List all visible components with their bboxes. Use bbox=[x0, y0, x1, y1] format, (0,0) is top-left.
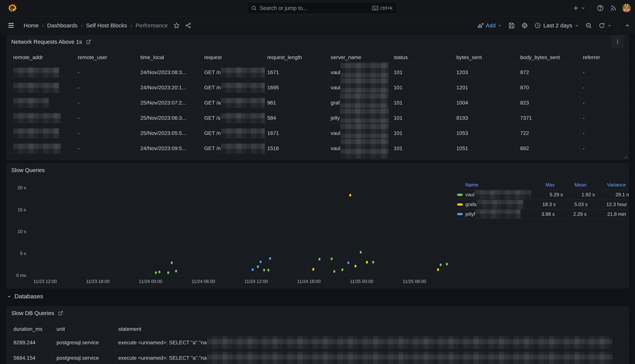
save-dashboard-button[interactable] bbox=[508, 22, 515, 29]
column-header[interactable]: request bbox=[202, 54, 265, 60]
refresh-button[interactable] bbox=[598, 22, 605, 29]
menu-toggle-button[interactable] bbox=[8, 22, 15, 29]
dashboard-settings-button[interactable] bbox=[521, 22, 528, 29]
scatter-point[interactable] bbox=[252, 268, 254, 271]
redacted-value bbox=[221, 82, 265, 93]
column-header[interactable]: status bbox=[392, 54, 454, 60]
scatter-point[interactable] bbox=[354, 265, 356, 268]
legend-column-header[interactable]: Variance bbox=[586, 182, 626, 188]
grafana-dashboard: Search or jump to... ctrl+k bbox=[0, 0, 635, 364]
table-cell bbox=[7, 138, 76, 159]
scatter-point[interactable] bbox=[158, 270, 160, 274]
legend-column-header[interactable]: Mean bbox=[555, 182, 586, 188]
column-header[interactable]: remote_addr bbox=[7, 54, 76, 60]
scatter-point[interactable] bbox=[349, 194, 351, 197]
scatter-point[interactable] bbox=[437, 268, 439, 271]
legend-series-name[interactable]: jellyf bbox=[457, 210, 523, 218]
scatter-point[interactable] bbox=[167, 271, 169, 274]
scatter-point[interactable] bbox=[171, 261, 173, 264]
cell-text: GET /s bbox=[204, 115, 220, 121]
panel-header: Slow DB Queries bbox=[7, 306, 628, 320]
scatter-point[interactable] bbox=[260, 260, 262, 263]
legend-series-name[interactable]: grafa bbox=[457, 200, 524, 209]
zoom-out-time-button[interactable] bbox=[585, 22, 592, 29]
scatter-point[interactable] bbox=[155, 271, 157, 274]
legend-column-header[interactable]: Max bbox=[523, 182, 555, 188]
column-header[interactable]: duration_ms bbox=[7, 326, 54, 332]
panel-title[interactable]: Network Requests Above 1s bbox=[11, 39, 82, 45]
scatter-point[interactable] bbox=[263, 269, 265, 272]
column-header[interactable]: unit bbox=[54, 326, 115, 332]
table-cell-duration: 5684.154 bbox=[7, 350, 54, 364]
resize-corner-icon bbox=[623, 155, 628, 159]
search-icon bbox=[251, 5, 257, 11]
scatter-point[interactable] bbox=[446, 263, 448, 266]
news-button[interactable] bbox=[610, 4, 616, 12]
collapse-toolbar-button[interactable] bbox=[624, 23, 630, 28]
clock-icon bbox=[534, 22, 541, 29]
scatter-point[interactable] bbox=[372, 261, 374, 264]
external-link-icon[interactable] bbox=[86, 39, 92, 45]
panel-title[interactable]: Slow DB Queries bbox=[11, 310, 54, 316]
column-header[interactable]: body_bytes_sent bbox=[518, 54, 580, 60]
column-header[interactable]: bytes_sent bbox=[454, 54, 518, 60]
column-header[interactable]: remote_user bbox=[76, 54, 138, 60]
scatter-point[interactable] bbox=[347, 261, 350, 264]
favorite-button[interactable] bbox=[174, 22, 180, 29]
add-panel-button[interactable]: Add bbox=[478, 22, 502, 29]
breadcrumb-item[interactable]: Self Host Blocks bbox=[86, 22, 127, 29]
column-header[interactable]: request_length bbox=[265, 54, 328, 60]
plus-icon bbox=[572, 5, 579, 12]
scatter-point[interactable] bbox=[440, 264, 442, 266]
cell-text: vaul bbox=[331, 84, 340, 90]
cell-text: GET /n bbox=[204, 70, 221, 76]
help-button[interactable] bbox=[597, 4, 604, 12]
time-range-picker[interactable]: Last 2 days bbox=[534, 22, 579, 29]
table-row[interactable]: 5684.154postgresql.serviceexecute <unnam… bbox=[7, 350, 628, 364]
column-header[interactable]: server_name bbox=[328, 54, 392, 60]
legend-name-text: grafa bbox=[465, 202, 476, 207]
table-row[interactable]: -25/Nov/2023:06:3...GET /s584jelly101819… bbox=[7, 108, 628, 123]
row-databases[interactable]: Databases bbox=[6, 293, 43, 300]
legend-series-name[interactable]: vaul bbox=[457, 190, 531, 199]
table-row[interactable]: 8289.244postgresql.serviceexecute <unnam… bbox=[7, 335, 628, 350]
scatter-point[interactable] bbox=[333, 270, 335, 273]
scatter-point[interactable] bbox=[257, 265, 259, 268]
grafana-logo[interactable] bbox=[8, 4, 17, 13]
legend-stat-value: 21.8 min bbox=[586, 211, 626, 217]
column-header[interactable]: referrer bbox=[580, 54, 628, 60]
refresh-interval-chevron[interactable] bbox=[608, 24, 612, 28]
breadcrumb-item[interactable]: Performance bbox=[136, 22, 168, 29]
scatter-point[interactable] bbox=[318, 258, 320, 260]
table-cell-statement: execute <unnamed>: SELECT "a"."na bbox=[115, 335, 628, 350]
breadcrumb-item[interactable]: Home bbox=[24, 22, 39, 29]
scatter-point[interactable] bbox=[175, 270, 177, 272]
cell-text: 1051 bbox=[456, 146, 468, 152]
search-input[interactable]: Search or jump to... ctrl+k bbox=[247, 2, 397, 14]
user-avatar[interactable] bbox=[622, 4, 631, 12]
scatter-point[interactable] bbox=[366, 261, 368, 264]
scatter-point[interactable] bbox=[269, 257, 271, 260]
new-dropdown-chevron[interactable] bbox=[581, 6, 585, 10]
new-button[interactable] bbox=[572, 5, 579, 12]
table-row[interactable]: -24/Nov/2023:20:1...GET /n1695vaul101120… bbox=[7, 77, 628, 92]
table-row[interactable]: -25/Nov/2023:07:2...GET /a961graf1011004… bbox=[7, 92, 628, 108]
table-row[interactable]: -24/Nov/2023:09:5...GET /n1516vaul101105… bbox=[7, 138, 628, 153]
column-header[interactable]: time_local bbox=[138, 54, 202, 60]
scatter-point[interactable] bbox=[341, 268, 344, 271]
cell-text: - bbox=[78, 84, 80, 90]
table-row[interactable]: -24/Nov/2023:08:3...GET /n1671vaul101120… bbox=[7, 62, 628, 77]
scatter-point[interactable] bbox=[331, 258, 333, 260]
external-link-icon[interactable] bbox=[58, 310, 64, 316]
resize-corner-handle[interactable] bbox=[623, 155, 628, 159]
column-header[interactable]: statement bbox=[115, 326, 628, 332]
scatter-point[interactable] bbox=[268, 269, 270, 272]
table-row[interactable]: -25/Nov/2023:05:5...GET /n1671vaul101105… bbox=[7, 123, 628, 138]
breadcrumb-item[interactable]: Dashboards bbox=[47, 22, 78, 29]
table-cell-statement: execute <unnamed>: SELECT "a"."na bbox=[115, 350, 628, 364]
scatter-point[interactable] bbox=[360, 251, 362, 254]
panel-menu-button[interactable] bbox=[611, 35, 624, 48]
share-button[interactable] bbox=[185, 22, 192, 29]
scatter-point[interactable] bbox=[312, 268, 314, 271]
legend-column-header[interactable]: Name bbox=[457, 182, 523, 188]
